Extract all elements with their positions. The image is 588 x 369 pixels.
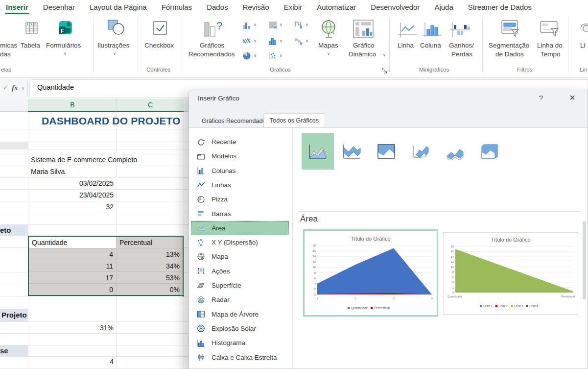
subtype-area2d-button[interactable]: [302, 133, 334, 170]
chevron-down-icon[interactable]: ∨: [280, 23, 282, 27]
table-header-quantidade[interactable]: Quantidade: [29, 237, 117, 248]
subtype-stacked100-3d-button[interactable]: [473, 133, 505, 170]
cell-owner[interactable]: Maria Silva: [31, 168, 65, 175]
sidebar-item--rea[interactable]: Área: [191, 221, 289, 235]
ribbon-tab-exibir[interactable]: Exibir: [283, 1, 304, 14]
fx-icon[interactable]: fx: [12, 84, 18, 92]
sidebar-item-mapa[interactable]: Mapa: [191, 249, 289, 264]
subtype-stacked100-button[interactable]: [370, 133, 402, 170]
subtype-stacked-button[interactable]: [336, 133, 368, 170]
ribbon-tab-desenhar[interactable]: Desenhar: [42, 1, 76, 14]
cell-project-name[interactable]: Sistema de E-commerce Completo: [31, 156, 137, 164]
cell-end-date[interactable]: 23/04/2025: [49, 191, 114, 199]
ribbon-tab-revisão[interactable]: Revisão: [242, 1, 270, 14]
segmentacao-dados-button[interactable]: Segmentação: [489, 42, 529, 49]
grafico-dinamico-button[interactable]: Gráfico: [353, 42, 375, 49]
chevron-down-icon[interactable]: ∨: [306, 39, 308, 43]
sparkline-ganhos-perdas-button[interactable]: Ganhos/: [449, 42, 474, 49]
graficos-recomendados-button-line2[interactable]: Recomendados: [188, 50, 235, 58]
ribbon-tab-layout-da-página[interactable]: Layout da Página: [89, 1, 148, 14]
linha-do-tempo-button[interactable]: Linha do: [537, 42, 563, 49]
cell-percentual[interactable]: 34%: [117, 260, 183, 271]
sidebar-item-histograma[interactable]: Histograma: [191, 336, 289, 350]
chevron-down-icon[interactable]: ∨: [383, 53, 386, 57]
sidebar-item-explos-o-solar[interactable]: Explosão Solar: [191, 321, 289, 336]
sidebar-item-modelos[interactable]: Modelos: [191, 149, 289, 163]
cell-duration[interactable]: 32: [49, 203, 114, 211]
table-row[interactable]: 00%: [29, 283, 183, 295]
treemap-chart-button[interactable]: ∨: [268, 21, 282, 29]
table-row[interactable]: 1134%: [29, 260, 183, 271]
cell-quantidade[interactable]: 4: [29, 248, 117, 260]
sidebar-item-radar[interactable]: Radar: [191, 293, 289, 307]
graficos-recomendados-button[interactable]: Gráficos: [200, 42, 224, 49]
table-header-percentual[interactable]: Percentual: [117, 237, 183, 248]
cell-quantidade[interactable]: 0: [29, 284, 117, 295]
histogram-chart-button[interactable]: ∨: [268, 37, 282, 46]
sidebar-item-caixa-e-caixa-estreita[interactable]: Caixa e Caixa Estreita: [191, 350, 289, 365]
table-row[interactable]: 413%: [29, 248, 183, 260]
cell-percentual[interactable]: 13%: [117, 248, 183, 260]
cell-start-date[interactable]: 03/02/2025: [49, 179, 114, 187]
cell-phase-value[interactable]: 4: [49, 358, 114, 366]
sidebar-item-pizza[interactable]: Pizza: [191, 192, 289, 206]
sidebar-item-a-es[interactable]: Ações: [191, 264, 289, 278]
column-chart-button[interactable]: ∨: [242, 21, 257, 29]
chevron-down-icon[interactable]: ∨: [280, 39, 282, 43]
sidebar-item-mapa-de-rvore[interactable]: Mapa de Árvore: [191, 307, 289, 321]
segmentacao-dados-line2[interactable]: de Dados: [495, 50, 524, 58]
dialog-launcher-icon[interactable]: [382, 67, 387, 75]
sidebar-item-superf-cie[interactable]: Superfície: [191, 278, 289, 293]
chevron-down-icon[interactable]: ∨: [113, 52, 116, 56]
dialog-titlebar[interactable]: Inserir Gráfico ? ✕: [189, 90, 588, 107]
line-chart-button[interactable]: ∨: [242, 37, 257, 46]
ribbon-tab-ajuda[interactable]: Ajuda: [433, 1, 454, 14]
chevron-down-icon[interactable]: ∨: [64, 52, 67, 56]
column-header-b[interactable]: B: [28, 99, 117, 112]
chevron-down-icon[interactable]: ∨: [306, 23, 308, 27]
scatter-chart-button[interactable]: ∨: [268, 51, 282, 60]
chevron-down-icon[interactable]: ∨: [254, 54, 257, 58]
sidebar-item-x-y-dispers-o-[interactable]: X Y (Dispersão): [191, 235, 289, 249]
cell-progress[interactable]: 31%: [49, 324, 114, 332]
table-row[interactable]: 1753%: [29, 271, 183, 283]
fill-handle[interactable]: [182, 294, 185, 297]
cell-quantidade[interactable]: 11: [29, 260, 117, 271]
chevron-down-icon[interactable]: ∨: [327, 52, 330, 56]
sheet-title-cell[interactable]: DASHBOARD DO PROJETO: [42, 115, 181, 127]
subtype-stacked3d-button[interactable]: [439, 133, 471, 170]
pie-chart-button[interactable]: ∨: [242, 51, 257, 60]
sidebar-item-recente[interactable]: Recente: [191, 135, 289, 149]
ilustracoes-button[interactable]: Ilustrações: [97, 42, 129, 49]
ribbon-tab-dados[interactable]: Dados: [206, 1, 229, 14]
column-header-c[interactable]: C: [117, 99, 184, 112]
truncated-right-button[interactable]: Li: [580, 42, 586, 49]
cell-percentual[interactable]: 53%: [117, 272, 183, 283]
grafico-dinamico-button-line2[interactable]: Dinâmico: [349, 50, 376, 58]
chevron-down-icon[interactable]: ∨: [22, 86, 25, 91]
linha-do-tempo-line2[interactable]: Tempo: [541, 50, 561, 58]
mapas-button[interactable]: Mapas: [318, 42, 338, 49]
ribbon-tab-streamer-de-dados[interactable]: Streamer de Dados: [467, 1, 533, 14]
chevron-down-icon[interactable]: ∨: [254, 39, 257, 43]
sparkline-linha-button[interactable]: Linha: [398, 42, 414, 49]
ribbon-tab-inserir[interactable]: Inserir: [5, 1, 29, 14]
sparkline-ganhos-perdas-line2[interactable]: Perdas: [451, 50, 472, 58]
sidebar-item-linhas[interactable]: Linhas: [191, 178, 289, 192]
selected-range-table[interactable]: QuantidadePercentual413%1134%1753%00%: [28, 236, 184, 296]
chevron-down-icon[interactable]: ∨: [254, 23, 257, 27]
cell-percentual[interactable]: 0%: [117, 284, 183, 295]
ribbon-tab-desenvolvedor[interactable]: Desenvolvedor: [370, 1, 421, 14]
subtype-area3d-button[interactable]: [404, 133, 437, 170]
help-button[interactable]: ?: [536, 94, 546, 102]
chevron-down-icon[interactable]: ∨: [280, 54, 282, 58]
dialog-scrollbar[interactable]: [583, 221, 586, 299]
tabela-button[interactable]: Tabela: [21, 42, 40, 49]
chart-preview-selected[interactable]: Título do Gráfico0246810121416181234Quan…: [303, 229, 438, 317]
close-icon[interactable]: ✕: [566, 93, 579, 102]
waterfall-chart-button[interactable]: ∨: [294, 37, 308, 46]
checkbox-button[interactable]: Checkbox: [144, 42, 174, 49]
formularios-button[interactable]: Formulários: [46, 42, 81, 49]
sparkline-coluna-button[interactable]: Coluna: [420, 42, 441, 49]
hierarchy-chart-button[interactable]: ∨: [294, 21, 308, 29]
